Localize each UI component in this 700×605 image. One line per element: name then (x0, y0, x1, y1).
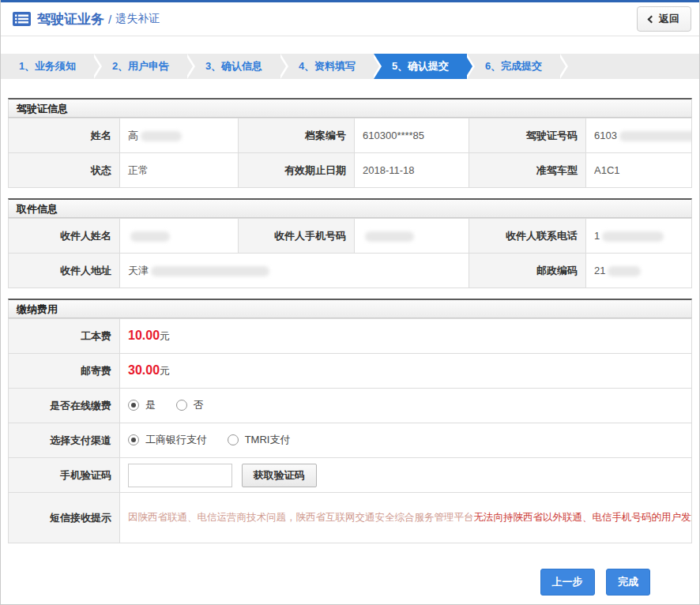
vehicle-type-value: A1C1 (586, 153, 692, 188)
redacted-value (151, 266, 269, 276)
recipient-address-value: 天津 (120, 254, 469, 288)
verification-code-input[interactable] (128, 464, 232, 487)
page-title: 驾驶证业务 (37, 10, 104, 28)
pickup-info-section: 取件信息 收件人姓名 收件人手机号码 收件人联系电话 1 收件人地址 天津 邮政… (8, 198, 692, 288)
table-row: 邮寄费 30.00元 (9, 354, 692, 389)
expiry-label: 有效期止日期 (239, 153, 355, 188)
previous-step-button[interactable]: 上一步 (540, 569, 595, 596)
sms-notice-part2: 无法向持陕西省以外联通、电信手机号码的用户发送短信, (474, 512, 692, 523)
name-label: 姓名 (9, 118, 120, 153)
recipient-name-value (120, 219, 239, 254)
mailing-fee-value: 30.00元 (120, 354, 692, 389)
recipient-mobile-label: 收件人手机号码 (239, 219, 355, 254)
payment-channel-options: 工商银行支付 TMRI支付 (120, 423, 692, 458)
name-value: 高 (120, 118, 239, 153)
redacted-value (141, 131, 182, 141)
back-button[interactable]: 返回 (637, 6, 691, 32)
chevron-left-icon (648, 15, 656, 23)
step-1-notice[interactable]: 1、业务须知 (1, 54, 94, 79)
page-header: 驾驶证业务 / 遗失补证 返回 (1, 2, 699, 36)
recipient-name-label: 收件人姓名 (9, 219, 120, 254)
breadcrumb-separator: / (108, 13, 111, 26)
table-row: 短信接收提示 因陕西省联通、电信运营商技术问题，陕西省互联网交通安全综合服务管理… (9, 493, 692, 543)
radio-checked-icon (128, 434, 139, 445)
mailing-fee-label: 邮寄费 (9, 354, 120, 389)
production-fee-amount: 10.00 (128, 329, 160, 342)
form-list-icon (13, 12, 31, 26)
sms-notice-text: 因陕西省联通、电信运营商技术问题，陕西省互联网交通安全综合服务管理平台无法向持陕… (120, 493, 692, 543)
expiry-value: 2018-11-18 (355, 153, 469, 188)
status-label: 状态 (9, 153, 120, 188)
step-5-confirm-submit[interactable]: 5、确认提交 (374, 54, 467, 79)
step-wizard-filler (560, 54, 699, 79)
license-info-section-title: 驾驶证信息 (8, 98, 692, 118)
breadcrumb-current: 遗失补证 (115, 12, 160, 26)
table-row: 是否在线缴费 是 否 (9, 389, 692, 423)
pickup-info-section-title: 取件信息 (8, 198, 692, 218)
online-payment-options: 是 否 (120, 389, 692, 423)
fees-table: 工本费 10.00元 邮寄费 30.00元 是否在线缴费 是 否 选择支付渠道 … (8, 318, 692, 543)
pickup-info-table: 收件人姓名 收件人手机号码 收件人联系电话 1 收件人地址 天津 邮政编码 21 (8, 218, 692, 288)
radio-online-no[interactable]: 否 (176, 398, 204, 412)
back-button-label: 返回 (659, 12, 679, 26)
recipient-phone-value: 1 (586, 219, 692, 254)
verification-code-label: 手机验证码 (9, 458, 120, 493)
mailing-fee-amount: 30.00 (128, 363, 160, 377)
postcode-value: 21 (586, 254, 692, 288)
radio-checked-icon (128, 400, 139, 411)
fees-section: 缴纳费用 工本费 10.00元 邮寄费 30.00元 是否在线缴费 是 否 选择… (8, 299, 692, 543)
online-payment-label: 是否在线缴费 (9, 389, 120, 423)
production-fee-label: 工本费 (9, 319, 120, 354)
file-no-value: 610300****85 (355, 118, 469, 153)
radio-channel-icbc[interactable]: 工商银行支付 (128, 433, 207, 447)
finish-button[interactable]: 完成 (606, 569, 650, 596)
table-row: 选择支付渠道 工商银行支付 TMRI支付 (9, 423, 692, 458)
verification-code-cell: 获取验证码 (120, 458, 692, 493)
table-row: 姓名 高 档案编号 610300****85 驾驶证号码 6103 (9, 118, 692, 153)
radio-unchecked-icon (228, 434, 239, 445)
redacted-value (130, 231, 170, 242)
postcode-label: 邮政编码 (469, 254, 586, 288)
production-fee-unit: 元 (160, 330, 170, 342)
sms-notice-part1: 因陕西省联通、电信运营商技术问题，陕西省互联网交通安全综合服务管理平台 (128, 512, 474, 523)
license-info-table: 姓名 高 档案编号 610300****85 驾驶证号码 6103 状态 正常 … (8, 118, 692, 188)
page: 驾驶证业务 / 遗失补证 返回 1、业务须知 2、用户申告 3、确认信息 4、资… (0, 0, 700, 605)
redacted-value (602, 231, 664, 242)
fees-section-title: 缴纳费用 (8, 299, 692, 318)
sms-notice-label: 短信接收提示 (9, 493, 120, 543)
license-info-section: 驾驶证信息 姓名 高 档案编号 610300****85 驾驶证号码 6103 … (8, 98, 692, 188)
table-row: 收件人地址 天津 邮政编码 21 (9, 254, 692, 288)
step-3-confirm-info[interactable]: 3、确认信息 (187, 54, 280, 79)
table-row: 工本费 10.00元 (9, 319, 692, 354)
recipient-address-label: 收件人地址 (9, 254, 120, 288)
recipient-phone-label: 收件人联系电话 (469, 219, 586, 254)
table-row: 收件人姓名 收件人手机号码 收件人联系电话 1 (9, 219, 692, 254)
radio-online-yes[interactable]: 是 (128, 398, 156, 412)
table-row: 手机验证码 获取验证码 (9, 458, 692, 493)
step-wizard: 1、业务须知 2、用户申告 3、确认信息 4、资料填写 5、确认提交 6、完成提… (1, 54, 699, 79)
mailing-fee-unit: 元 (160, 365, 170, 377)
step-2-declaration[interactable]: 2、用户申告 (94, 54, 187, 79)
table-row: 状态 正常 有效期止日期 2018-11-18 准驾车型 A1C1 (9, 153, 692, 188)
footer-actions: 上一步 完成 (1, 569, 699, 596)
get-code-button[interactable]: 获取验证码 (242, 464, 317, 487)
step-4-fill-data[interactable]: 4、资料填写 (280, 54, 374, 79)
radio-unchecked-icon (176, 400, 187, 411)
license-no-label: 驾驶证号码 (469, 118, 586, 153)
redacted-value (608, 266, 641, 276)
redacted-value (365, 231, 414, 242)
vehicle-type-label: 准驾车型 (469, 153, 586, 188)
step-6-complete[interactable]: 6、完成提交 (467, 54, 560, 79)
file-no-label: 档案编号 (239, 118, 355, 153)
redacted-value (619, 131, 692, 141)
recipient-mobile-value (355, 219, 469, 254)
payment-channel-label: 选择支付渠道 (9, 423, 120, 458)
status-value: 正常 (120, 153, 239, 188)
radio-channel-tmri[interactable]: TMRI支付 (228, 433, 291, 447)
license-no-value: 6103 (586, 118, 692, 153)
production-fee-value: 10.00元 (120, 319, 692, 354)
